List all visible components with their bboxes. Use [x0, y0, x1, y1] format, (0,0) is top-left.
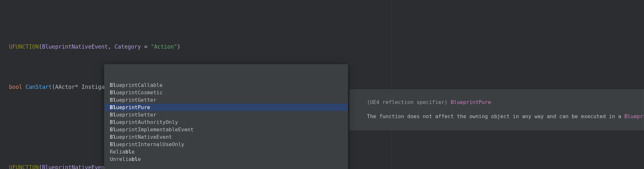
specifier: Category	[115, 43, 141, 50]
type: AActor*	[55, 84, 78, 90]
completion-item[interactable]: BlueprintNativeEvent	[105, 133, 347, 141]
documentation-tooltip: (UE4 reflection specifier) BlueprintPure…	[350, 89, 644, 130]
completion-list[interactable]: BlueprintCallableBlueprintCosmeticBluepr…	[105, 81, 347, 164]
completion-item[interactable]: Reliable	[105, 148, 347, 155]
doc-body: The function does not affect the owning …	[367, 113, 625, 119]
completion-popup[interactable]: BlueprintCallableBlueprintCosmeticBluepr…	[104, 64, 348, 169]
doc-title: BlueprintPure	[451, 99, 491, 105]
punct: (	[39, 43, 42, 50]
completion-item[interactable]: BlueprintSetter	[105, 111, 347, 118]
completion-item[interactable]: Unreliable	[105, 155, 347, 163]
completion-item[interactable]: BlueprintAuthorityOnly	[105, 118, 347, 126]
completion-item[interactable]: BlueprintCosmetic	[105, 89, 347, 96]
macro: UFUNCTION	[9, 164, 39, 169]
completion-item[interactable]: BlueprintCallable	[105, 81, 347, 89]
completion-item[interactable]: BlueprintGetter	[105, 96, 347, 104]
specifier: BlueprintNativeEvent	[42, 164, 108, 169]
completion-item[interactable]: BlueprintPure	[105, 104, 347, 111]
macro: UFUNCTION	[9, 43, 39, 50]
doc-prefix: (UE4 reflection specifier)	[367, 99, 451, 105]
completion-item[interactable]: BlueprintImplementableEvent	[105, 126, 347, 133]
function-name: CanStart	[25, 84, 52, 90]
code-editor[interactable]: UFUNCTION(BlueprintNativeEvent, Category…	[0, 0, 644, 169]
completion-item[interactable]: BlueprintInternalUseOnly	[105, 141, 347, 148]
specifier: BlueprintNativeEvent	[42, 43, 108, 50]
doc-highlight: Blueprint Level Blueprint	[624, 113, 644, 119]
code-line[interactable]: UFUNCTION(BlueprintNativeEvent, Category…	[0, 43, 644, 51]
keyword: bool	[9, 84, 22, 90]
wrap-guide	[391, 0, 392, 169]
string: "Action"	[151, 43, 177, 50]
